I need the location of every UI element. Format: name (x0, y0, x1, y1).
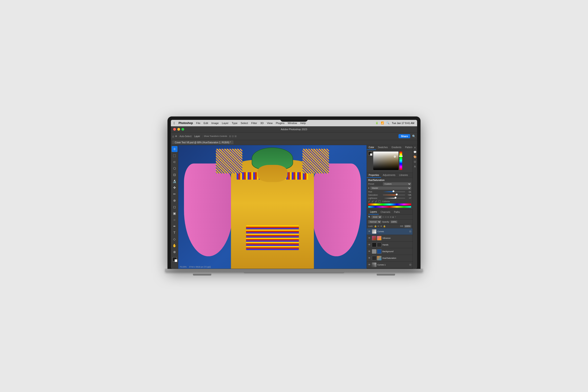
tab-channels[interactable]: Channels (379, 210, 392, 214)
zoom-tool[interactable]: ⊕ (172, 249, 178, 255)
crop-tool[interactable]: ⊡ (172, 172, 178, 178)
eraser-tool[interactable]: ◻ (172, 204, 178, 210)
path-tool[interactable]: ◇ (172, 236, 178, 242)
adjust-icon[interactable]: ⊡ (414, 160, 416, 163)
foreground-color[interactable] (172, 257, 177, 261)
menu-help[interactable]: Help (300, 122, 306, 124)
lasso-tool[interactable]: ⊂ (172, 159, 178, 165)
layer-visibility-huesat[interactable]: 👁 (368, 257, 371, 259)
ps-canvas[interactable]: 75.03% 3744 x 5616 px (72 ppi) (178, 145, 366, 269)
selection-tool[interactable]: ⬚ (172, 152, 178, 158)
hue-thumb[interactable] (392, 190, 394, 192)
eyedropper-3-icon[interactable]: 🖊 (375, 200, 377, 202)
menu-plugins[interactable]: Plugins (276, 122, 284, 124)
layer-row[interactable]: 👁 Curves ⊡ (367, 228, 412, 235)
search-icon[interactable]: 🔍 (386, 122, 390, 124)
adjustment-title: Hue/Saturation (368, 179, 411, 182)
tab-paths[interactable]: Paths (392, 210, 402, 214)
minimize-button[interactable] (177, 128, 180, 131)
menu-window[interactable]: Window (288, 122, 297, 124)
menu-3d[interactable]: 3D (260, 122, 264, 124)
move-tool-icon[interactable]: ✛ (175, 135, 177, 138)
background-color[interactable] (174, 259, 177, 262)
hue-slider[interactable] (383, 191, 405, 192)
lock-move-icon[interactable]: ✛ (380, 225, 382, 227)
notch (280, 117, 308, 122)
colorize-checkbox[interactable] (378, 200, 381, 202)
menu-select[interactable]: Select (241, 122, 248, 124)
panel-toggle-icon[interactable]: ≡ (414, 146, 416, 149)
dodge-tool[interactable]: ○ (172, 217, 178, 223)
menu-edit[interactable]: Edit (204, 122, 208, 124)
layer-name-background: Background (382, 250, 411, 252)
tab-layers[interactable]: Layers (368, 210, 379, 214)
tab-color[interactable]: Color (367, 145, 376, 150)
document-tab[interactable]: Cover Test V8.psd @ 68% (Hue/Saturation … (172, 140, 233, 144)
bg-swatch[interactable] (370, 154, 372, 156)
magic-wand-tool[interactable]: ⬡ (172, 165, 178, 171)
lock-all-icon[interactable]: 🔒 (383, 225, 386, 227)
layer-visibility-curves1[interactable]: 👁 (368, 264, 371, 266)
close-button[interactable] (173, 128, 176, 131)
search-ps-icon[interactable]: 🔍 (412, 134, 416, 138)
color-panel-icon[interactable]: 🎨 (414, 156, 417, 158)
fullscreen-button[interactable] (182, 128, 184, 131)
tab-swatches[interactable]: Swatches (376, 145, 390, 150)
light-thumb[interactable] (394, 197, 396, 199)
sat-thumb[interactable] (396, 194, 398, 196)
color-spectrum[interactable] (373, 152, 398, 170)
opacity-input[interactable] (390, 220, 397, 223)
share-button[interactable]: Share (398, 134, 410, 138)
tab-properties[interactable]: Properties (367, 173, 381, 178)
text-tool[interactable]: T (172, 230, 178, 236)
fill-input[interactable] (404, 225, 411, 228)
lock-trans-icon[interactable]: 🔒 (374, 225, 377, 227)
preset-select[interactable]: Custom (383, 182, 411, 186)
hand-tool[interactable]: ✋ (172, 242, 178, 248)
menu-image[interactable]: Image (211, 122, 219, 124)
tab-libraries[interactable]: Libraries (397, 173, 410, 178)
ps-tabbar: Cover Test V8.psd @ 68% (Hue/Saturation … (171, 140, 417, 145)
fg-swatch[interactable] (368, 152, 372, 155)
color-picker-area (368, 152, 411, 170)
layer-visibility-vibrance[interactable]: 👁 (368, 237, 371, 239)
pen-tool[interactable]: ✒ (172, 223, 178, 229)
menu-filter[interactable]: Filter (251, 122, 257, 124)
tab-patterns[interactable]: Patterns (403, 145, 412, 150)
layer-row[interactable]: 👁 Hue/Saturation (367, 255, 412, 262)
brush-tool[interactable]: ✏ (172, 191, 178, 197)
menu-type[interactable]: Type (232, 122, 238, 124)
eyedropper-1-icon[interactable]: 🖊 (368, 200, 370, 202)
layer-visibility-hands[interactable]: 👁 (368, 244, 371, 246)
gradient-tool[interactable]: ▣ (172, 210, 178, 216)
chat-icon[interactable]: 💬 (414, 151, 417, 154)
home-icon[interactable]: ⌂ (172, 134, 174, 138)
apple-logo-icon:  (174, 121, 175, 125)
type-panel-icon[interactable]: A (414, 165, 416, 168)
eyedropper-tool[interactable]: 🔬 (172, 178, 178, 184)
lightness-slider[interactable] (383, 198, 405, 199)
clone-tool[interactable]: ⊕ (172, 198, 178, 204)
channel-select[interactable]: Master (370, 186, 411, 190)
lock-draw-icon[interactable]: ✏ (378, 225, 380, 227)
color-hue-bar[interactable] (400, 152, 402, 170)
kind-filter[interactable]: Kind (372, 216, 382, 218)
menu-view[interactable]: View (267, 122, 273, 124)
layer-row[interactable]: 👁 Background (367, 248, 412, 255)
layer-row[interactable]: 👁 Curves 1 ⊡ (367, 262, 412, 268)
saturation-slider[interactable] (383, 194, 405, 196)
menu-layer[interactable]: Layer (222, 122, 228, 124)
move-tool[interactable]: ✛ (172, 146, 178, 152)
eyedropper-2-icon[interactable]: 🖊 (372, 200, 374, 202)
menu-file[interactable]: File (196, 122, 200, 124)
clock: Tue Jan 17 9:41 AM (392, 122, 414, 124)
layer-visibility-curves[interactable]: 👁 (368, 230, 371, 233)
layer-row[interactable]: 👁 Hands (367, 242, 412, 248)
layer-dropdown[interactable]: Layer (193, 134, 202, 138)
tab-adjustments[interactable]: Adjustments (381, 173, 397, 178)
heal-tool[interactable]: ✤ (172, 185, 178, 190)
layer-row[interactable]: 👁 Vibrance (367, 235, 412, 242)
blend-mode-select[interactable]: Normal (368, 220, 381, 224)
layer-visibility-bg[interactable]: 👁 (368, 250, 371, 252)
tab-gradients[interactable]: Gradients (390, 145, 403, 150)
